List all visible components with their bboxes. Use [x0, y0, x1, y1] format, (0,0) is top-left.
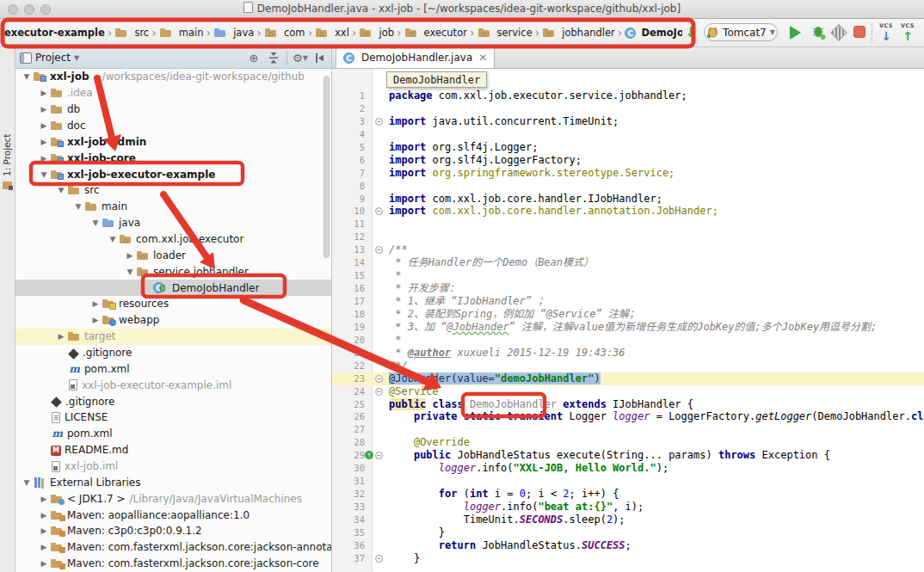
code-line-22[interactable]: 22 */ — [332, 360, 924, 372]
code-line-8[interactable]: 8 — [332, 180, 924, 193]
tree-item-webapp[interactable]: ▶webapp — [15, 312, 331, 329]
tree-expand-open-icon[interactable]: ▼ — [21, 72, 33, 81]
project-panel-title[interactable]: Project — [35, 52, 71, 64]
breadcrumb-item-com[interactable]: com — [264, 27, 305, 39]
close-tab-icon[interactable]: ✕ — [478, 52, 487, 64]
breadcrumb-item-service[interactable]: service — [477, 27, 533, 39]
tree-item-resources[interactable]: ▶resources — [15, 296, 331, 312]
tree-expand-closed-icon[interactable]: ▶ — [38, 138, 50, 146]
code-line-13[interactable]: 13−/** — [332, 243, 924, 256]
fold-marker-icon[interactable]: − — [375, 246, 383, 254]
code-line-28[interactable]: 28 @Override — [332, 436, 924, 449]
tree-item-maven-c3p0-c3p0-0-9-1-2[interactable]: ▶Maven: c3p0:c3p0:0.9.1.2 — [15, 523, 331, 539]
locate-file-icon[interactable]: ⊕ — [247, 51, 261, 65]
fold-marker-icon[interactable]: − — [375, 388, 383, 396]
tree-item-gitignore[interactable]: .gitignore — [15, 345, 331, 361]
tree-item-service-jobhandler[interactable]: ▼service.jobhandler — [15, 263, 331, 280]
code-line-10[interactable]: 10−import com.xxl.job.core.handler.annot… — [332, 205, 924, 218]
code-line-2[interactable]: 2 — [332, 102, 924, 115]
tree-expand-open-icon[interactable]: ▼ — [21, 478, 33, 487]
tree-item-external-libraries[interactable]: ▼External Libraries — [15, 474, 331, 490]
code-line-35[interactable]: 35 } — [332, 526, 924, 539]
code-line-26[interactable]: 26 private static transient Logger logge… — [332, 410, 924, 423]
breadcrumb-item-executor[interactable]: executor — [404, 27, 467, 39]
settings-gear-icon[interactable]: ⚙▼ — [293, 51, 307, 65]
tree-item-pom-xml[interactable]: mpom.xml — [15, 360, 331, 377]
tree-expand-closed-icon[interactable]: ▶ — [38, 89, 50, 97]
stop-button[interactable] — [853, 26, 865, 38]
tree-expand-closed-icon[interactable]: ▶ — [124, 251, 136, 260]
tree-item-readme-md[interactable]: MREADME.md — [15, 442, 331, 458]
tree-item-java[interactable]: ▼java — [15, 215, 331, 231]
code-line-30[interactable]: 30 logger.info("XXL-JOB, Hello World."); — [332, 462, 924, 475]
code-line-34[interactable]: 34 TimeUnit.SECONDS.sleep(2); — [332, 514, 924, 526]
tree-item-demojobhandler[interactable]: CDemoJobHandler — [15, 280, 331, 296]
tree-expand-open-icon[interactable]: ▼ — [107, 235, 119, 243]
tree-expand-open-icon[interactable]: ▼ — [72, 202, 84, 211]
project-tree-scrollbar[interactable] — [323, 76, 330, 258]
tree-expand-closed-icon[interactable]: ▶ — [38, 121, 50, 130]
vcs-commit-button[interactable]: VCS ↑ — [898, 22, 917, 42]
tree-item-license[interactable]: LICENSE — [15, 409, 331, 426]
code-line-5[interactable]: 5import org.slf4j.Logger; — [332, 141, 924, 154]
code-line-14[interactable]: 14 * 任务Handler的一个Demo（Bean模式） — [332, 256, 924, 269]
vcs-update-button[interactable]: VCS ↓ — [877, 22, 896, 42]
tree-item-target[interactable]: ▶target — [15, 329, 331, 345]
tree-expand-open-icon[interactable]: ▼ — [55, 186, 67, 194]
tree-item-src[interactable]: ▼src — [15, 182, 331, 199]
tree-item-xxl-job-core[interactable]: ▶xxl-job-core — [15, 150, 331, 166]
breadcrumb-item-jobhandler[interactable]: jobhandler — [542, 27, 614, 39]
tree-expand-closed-icon[interactable]: ▶ — [38, 526, 50, 535]
tree-item-jdk1-7[interactable]: ▶< JDK1.7 >/Library/Java/JavaVirtualMach… — [15, 490, 331, 507]
tree-item-xxl-job-admin[interactable]: ▶xxl-job-admin — [15, 133, 331, 150]
code-line-29[interactable]: 29↑− public JobHandleStatus execute(Stri… — [332, 449, 924, 462]
tree-expand-open-icon[interactable]: ▼ — [38, 170, 50, 179]
tree-item-main[interactable]: ▼main — [15, 199, 331, 215]
breadcrumb-item-main[interactable]: main — [159, 27, 204, 39]
code-line-7[interactable]: 7import org.springframework.stereotype.S… — [332, 167, 924, 180]
code-line-27[interactable]: 27 — [332, 423, 924, 436]
tree-item-xxl-job-executor-example-iml[interactable]: xxl-job-executor-example.iml — [15, 377, 331, 393]
run-configuration-select[interactable]: Tomcat7 ▼ — [704, 23, 778, 41]
fold-marker-icon[interactable]: − — [375, 118, 383, 126]
tree-item-xxl-job-iml[interactable]: xxl-job.iml — [15, 458, 331, 475]
editor-tab[interactable]: C DemoJobHandler.java ✕ — [336, 46, 495, 68]
fold-marker-icon[interactable]: − — [375, 555, 383, 563]
tree-item-com-xxl-job-executor[interactable]: ▼com.xxl.job.executor — [15, 231, 331, 248]
breadcrumb-item-executor-example[interactable]: executor-example — [4, 27, 105, 39]
tree-expand-open-icon[interactable]: ▼ — [124, 268, 136, 276]
run-with-coverage-button[interactable] — [830, 24, 847, 41]
tree-expand-closed-icon[interactable]: ▶ — [38, 559, 50, 568]
tree-item-db[interactable]: ▶db — [15, 101, 331, 118]
code-line-16[interactable]: 16 * 开发步骤： — [332, 282, 924, 295]
chevron-down-icon[interactable]: ▼ — [74, 54, 79, 62]
code-line-36[interactable]: 36 return JobHandleStatus.SUCCESS; — [332, 539, 924, 552]
code-line-24[interactable]: 24−@Service — [332, 385, 924, 398]
tree-item-maven-aopalliance-aopalliance-1-0[interactable]: ▶Maven: aopalliance:aopalliance:1.0 — [15, 507, 331, 523]
fold-marker-icon[interactable]: − — [375, 452, 383, 459]
breadcrumb-item-job[interactable]: job — [359, 27, 394, 39]
collapse-all-icon[interactable] — [267, 51, 280, 65]
tree-item-gitignore[interactable]: .gitignore — [15, 393, 331, 409]
tree-item-pom-xml[interactable]: mpom.xml — [15, 426, 331, 442]
tree-item-doc[interactable]: ▶doc — [15, 118, 331, 134]
breadcrumb-item-xxl[interactable]: xxl — [315, 27, 349, 39]
code-line-31[interactable]: 31 — [332, 475, 924, 488]
tree-expand-closed-icon[interactable]: ▶ — [38, 105, 50, 114]
tree-expand-closed-icon[interactable]: ▶ — [38, 495, 50, 503]
code-line-18[interactable]: 18 * 2、装配到Spring，例如加 “@Service” 注解； — [332, 308, 924, 321]
tree-expand-closed-icon[interactable]: ▶ — [55, 332, 67, 341]
code-line-11[interactable]: 11 — [332, 218, 924, 231]
fold-marker-icon[interactable]: − — [375, 375, 383, 383]
tree-item-loader[interactable]: ▶loader — [15, 247, 331, 263]
run-button[interactable] — [790, 26, 801, 40]
code-editor[interactable]: 1package com.xxl.job.executor.service.jo… — [332, 69, 924, 572]
code-line-9[interactable]: 9import com.xxl.job.core.handler.IJobHan… — [332, 193, 924, 206]
tree-expand-closed-icon[interactable]: ▶ — [38, 154, 50, 163]
code-line-15[interactable]: 15 * — [332, 269, 924, 282]
tree-expand-closed-icon[interactable]: ▶ — [89, 299, 102, 308]
debug-button[interactable] — [810, 24, 828, 41]
tree-item-maven-com-fasterxml-jackson-core-jackson-annotations[interactable]: ▶Maven: com.fasterxml.jackson.core:jacks… — [15, 539, 331, 556]
navigate-down-icon[interactable]: ↓ — [685, 22, 696, 43]
tree-item-xxl-job-executor-example[interactable]: ▼xxl-job-executor-example — [15, 166, 331, 182]
